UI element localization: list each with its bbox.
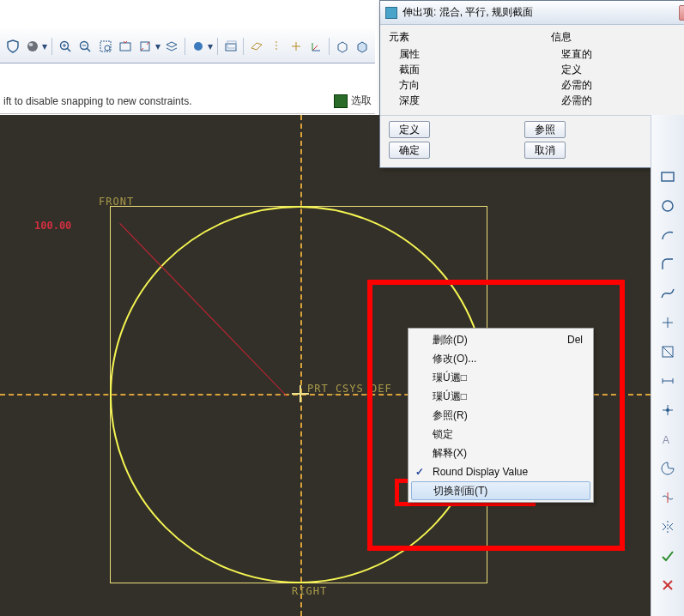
- svg-rect-22: [662, 172, 674, 181]
- tool-orient-dropdown[interactable]: ▾: [154, 37, 161, 56]
- datum-label-front: FRONT: [99, 196, 134, 208]
- ctx-item-modify[interactable]: 修改(O)...: [410, 349, 591, 368]
- svg-line-7: [87, 48, 90, 51]
- main-toolbar: ▾ ▾ ▾: [0, 29, 375, 63]
- info-row: 必需的: [551, 77, 684, 93]
- select-icon[interactable]: [334, 94, 348, 108]
- sketch-palette-icon[interactable]: [657, 458, 678, 479]
- ctx-item-delete[interactable]: 删除(D)Del: [410, 330, 591, 349]
- svg-line-27: [663, 347, 673, 357]
- svg-point-1: [28, 43, 33, 46]
- tool-zoom-in-icon[interactable]: [56, 37, 74, 56]
- toolbar-separator: [329, 38, 330, 55]
- tool-display-dropdown[interactable]: ▾: [207, 37, 214, 56]
- context-menu: 删除(D)Del 修改(O)... 璅Ú邐□ 璅Ú邐□ 参照(R) 锁定 解释(…: [408, 328, 594, 503]
- sketch-point-icon[interactable]: [657, 312, 678, 333]
- svg-rect-11: [120, 43, 130, 51]
- dimension-value[interactable]: 100.00: [34, 220, 71, 232]
- sketch-rectangle-icon[interactable]: [657, 166, 678, 187]
- toolbar-separator: [51, 38, 52, 55]
- check-icon: ✓: [415, 466, 424, 478]
- tool-zoom-window-icon[interactable]: [96, 37, 114, 56]
- tool-zoom-out-icon[interactable]: [76, 37, 94, 56]
- element-row[interactable]: 截面: [389, 62, 551, 77]
- svg-point-13: [194, 42, 203, 51]
- dialog-separator: [380, 115, 684, 116]
- toolbar-separator: [243, 38, 244, 55]
- tool-layers-icon[interactable]: [163, 37, 181, 56]
- hint-bar: ift to disable snapping to new constrain…: [0, 88, 375, 114]
- tool-refit-icon[interactable]: [116, 37, 134, 56]
- dialog-titlebar[interactable]: 伸出项: 混合, 平行, 规则截面 ✕: [380, 1, 684, 25]
- tool-sphere-dropdown[interactable]: ▾: [42, 37, 49, 56]
- sketch-mirror-icon[interactable]: [657, 516, 678, 537]
- element-row[interactable]: 方向: [389, 77, 551, 93]
- sketch-arc-icon[interactable]: [657, 225, 678, 245]
- svg-point-29: [666, 408, 669, 412]
- info-row: 必需的: [551, 93, 684, 108]
- svg-point-23: [663, 201, 673, 211]
- ctx-item-explain[interactable]: 解释(X): [410, 444, 591, 462]
- element-row[interactable]: 属性: [389, 46, 551, 62]
- sketch-spline-icon[interactable]: [657, 283, 678, 304]
- tool-display-style-icon[interactable]: [189, 37, 207, 56]
- sketch-done-icon[interactable]: [657, 546, 678, 566]
- ctx-item-3[interactable]: 璅Ú邐□: [410, 368, 591, 387]
- blend-dialog: 伸出项: 混合, 平行, 规则截面 ✕ 元素 属性 截面 方向 深度 信息 竖直…: [379, 0, 684, 168]
- element-row[interactable]: 深度: [389, 93, 551, 108]
- tool-box2-icon[interactable]: [354, 37, 372, 56]
- tool-shield-icon[interactable]: [3, 37, 21, 56]
- sketch-trim-icon[interactable]: [657, 487, 678, 508]
- toolbar-separator: [217, 38, 218, 55]
- select-label[interactable]: 选取: [351, 94, 372, 108]
- sketch-origin: [292, 385, 309, 402]
- define-button[interactable]: 定义: [389, 121, 430, 138]
- ctx-item-round-display[interactable]: ✓Round Display Value: [410, 462, 591, 481]
- tool-view-manager-icon[interactable]: [221, 37, 239, 56]
- hint-text: ift to disable snapping to new constrain…: [3, 95, 334, 107]
- sketch-circle-icon[interactable]: [657, 196, 678, 216]
- cancel-button[interactable]: 取消: [524, 142, 566, 159]
- dialog-title: 伸出项: 混合, 平行, 规则截面: [403, 5, 533, 20]
- close-button[interactable]: ✕: [679, 5, 684, 21]
- sketch-edge-icon[interactable]: [657, 341, 678, 362]
- sketch-fillet-icon[interactable]: [657, 254, 678, 275]
- reference-button[interactable]: 参照: [524, 121, 566, 138]
- svg-text:A: A: [663, 434, 669, 446]
- svg-line-19: [312, 45, 318, 51]
- info-row: 定义: [551, 62, 684, 77]
- tool-box1-icon[interactable]: [333, 37, 351, 56]
- info-row: 竖直的: [551, 46, 684, 62]
- hint-right: 选取: [334, 94, 372, 108]
- right-toolbar: A: [651, 115, 684, 616]
- ctx-item-4[interactable]: 璅Ú邐□: [410, 387, 591, 406]
- sketch-cancel-icon[interactable]: [657, 575, 678, 595]
- svg-point-0: [27, 41, 38, 51]
- svg-rect-15: [227, 41, 236, 48]
- ctx-item-lock[interactable]: 锁定: [410, 425, 591, 444]
- tool-datum-point-icon[interactable]: [288, 37, 306, 56]
- tool-datum-csys-icon[interactable]: [307, 37, 325, 56]
- svg-point-10: [105, 45, 110, 51]
- sketch-dimension-icon[interactable]: [657, 371, 678, 391]
- tool-datum-axis-icon[interactable]: [267, 37, 285, 56]
- tool-sphere-icon[interactable]: [23, 37, 41, 56]
- col-header-element: 元素: [389, 30, 551, 45]
- dialog-body: 元素 属性 截面 方向 深度 信息 竖直的 定义 必需的 必需的 定义 参照 信…: [380, 25, 684, 167]
- datum-label-right: RIGHT: [292, 585, 327, 597]
- tool-orient-icon[interactable]: [136, 37, 154, 56]
- tool-datum-plane-icon[interactable]: [247, 37, 265, 56]
- ctx-item-toggle-section[interactable]: 切换剖面(T): [411, 481, 590, 500]
- ok-button[interactable]: 确定: [389, 142, 430, 159]
- sketch-modify-icon[interactable]: [657, 400, 678, 420]
- ctx-item-reference[interactable]: 参照(R): [410, 406, 591, 425]
- toolbar-separator: [185, 38, 185, 55]
- dialog-icon: [385, 7, 397, 19]
- svg-line-3: [67, 48, 70, 51]
- col-header-info: 信息: [551, 30, 684, 45]
- sketch-text-icon[interactable]: A: [657, 429, 678, 450]
